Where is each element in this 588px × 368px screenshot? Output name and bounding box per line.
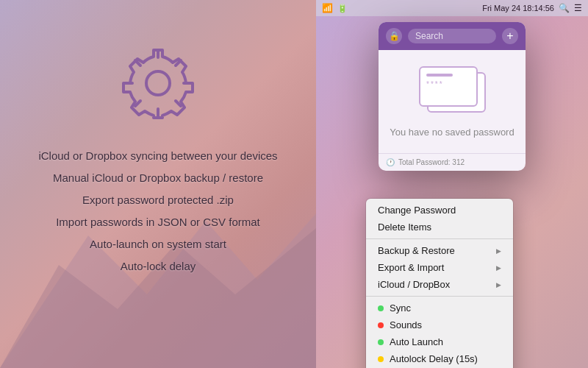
card-dots: **** xyxy=(426,80,470,88)
card-front: **** xyxy=(419,66,478,107)
auto-launch-dot xyxy=(378,339,384,345)
app-window: 🔒 Search + **** xyxy=(379,22,526,171)
total-password-label: Total Password: 312 xyxy=(398,158,465,166)
svg-point-2 xyxy=(146,71,170,95)
menu-sep-2 xyxy=(366,296,513,297)
menubar-right: Fri May 24 18:14:56 🔍 ☰ xyxy=(482,3,582,13)
feature-1: iCloud or Dropbox syncing between your d… xyxy=(38,145,277,167)
datetime-label: Fri May 24 18:14:56 xyxy=(482,4,554,13)
menu-auto-launch[interactable]: Auto Launch xyxy=(366,333,513,350)
menu-sync[interactable]: Sync xyxy=(366,300,513,316)
feature-2: Manual iCloud or Dropbox backup / restor… xyxy=(38,167,277,189)
autolock-dot xyxy=(378,356,384,362)
search-menubar-icon[interactable]: 🔍 xyxy=(559,3,570,13)
gear-icon xyxy=(121,46,195,123)
right-panel: 📶 🔋 Fri May 24 18:14:56 🔍 ☰ 🔒 Search + xyxy=(316,0,588,368)
wifi-icon: 📶 xyxy=(322,3,333,13)
menu-change-password[interactable]: Change Password xyxy=(366,202,513,219)
menu-export-import[interactable]: Export & Import xyxy=(366,259,513,276)
menu-sounds[interactable]: Sounds xyxy=(366,316,513,333)
search-box[interactable]: Search xyxy=(408,29,496,43)
app-footer: 🕐 Total Password: 312 xyxy=(379,153,526,171)
lock-icon: 🔒 xyxy=(386,28,402,44)
card-line-3 xyxy=(426,74,453,77)
menubar: 📶 🔋 Fri May 24 18:14:56 🔍 ☰ xyxy=(316,0,588,16)
clock-icon: 🕐 xyxy=(386,158,395,166)
feature-3: Export password protected .zip xyxy=(38,189,277,211)
app-body: **** You have no saved password xyxy=(379,50,526,153)
menubar-left: 📶 🔋 xyxy=(322,3,348,13)
battery-icon: 🔋 xyxy=(337,4,348,13)
add-button[interactable]: + xyxy=(502,28,518,44)
context-menu: Change Password Delete Items Backup & Re… xyxy=(366,199,513,368)
menu-autolock-delay[interactable]: Autolock Delay (15s) xyxy=(366,350,513,367)
feature-6: Auto-lock delay xyxy=(38,255,277,277)
menu-delete-items[interactable]: Delete Items xyxy=(366,219,513,236)
app-header: 🔒 Search + xyxy=(379,22,526,50)
menu-icloud-dropbox[interactable]: iCloud / DropBox xyxy=(366,276,513,293)
feature-4: Import passwords in JSON or CSV format xyxy=(38,211,277,233)
sync-dot xyxy=(378,305,384,311)
menu-backup-restore[interactable]: Backup & Restore xyxy=(366,242,513,259)
left-panel: iCloud or Dropbox syncing between your d… xyxy=(0,0,316,368)
sounds-dot xyxy=(378,322,384,328)
card-lines xyxy=(426,74,470,77)
menu-icon[interactable]: ☰ xyxy=(574,3,582,13)
no-password-text: You have no saved password xyxy=(390,127,514,138)
feature-5: Auto-launch on system start xyxy=(38,233,277,255)
search-placeholder: Search xyxy=(415,31,443,41)
password-card-illustration: **** xyxy=(415,66,489,118)
menu-sep-1 xyxy=(366,238,513,239)
features-list: iCloud or Dropbox syncing between your d… xyxy=(38,145,277,277)
